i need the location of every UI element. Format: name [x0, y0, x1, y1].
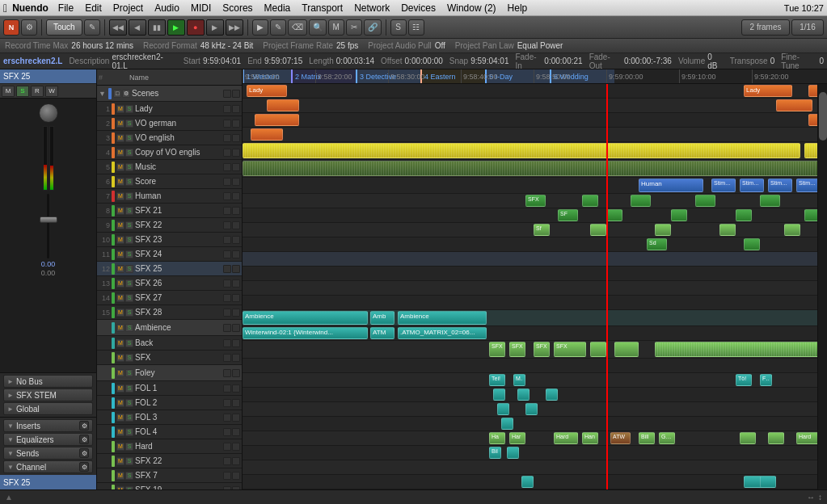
- mute-btn-25[interactable]: M: [116, 472, 124, 480]
- canvas-row-fol2[interactable]: Tak Sd Body -Bod: [243, 388, 827, 402]
- io-r-7[interactable]: [232, 207, 240, 215]
- solo-btn-11[interactable]: S: [125, 265, 133, 273]
- io-l-15[interactable]: [223, 324, 231, 332]
- solo-btn-2[interactable]: S: [125, 134, 133, 142]
- io-r-6[interactable]: [232, 192, 240, 200]
- menu-scores[interactable]: Scores: [217, 2, 257, 15]
- canvas-row-fol4[interactable]: [243, 417, 827, 431]
- scenes-expand[interactable]: □: [113, 90, 121, 98]
- clip-vog-1[interactable]: [267, 99, 299, 111]
- solo-btn-7[interactable]: S: [125, 207, 133, 215]
- clip-amb-1[interactable]: Ambience: [243, 311, 368, 325]
- scenes-settings[interactable]: ⚙: [122, 90, 130, 98]
- io-r-2[interactable]: [232, 134, 240, 142]
- rewind-btn[interactable]: ◀: [129, 19, 146, 36]
- clip-sfx19-1[interactable]: [521, 476, 534, 488]
- track-row-hard-23[interactable]: M S Hard: [97, 439, 242, 454]
- track-row-ambience-15[interactable]: M S Ambience: [97, 320, 242, 336]
- track-row-sfx-22-24[interactable]: M S SFX 22: [97, 454, 242, 468]
- menu-devices[interactable]: Devices: [396, 2, 441, 15]
- io-l-4[interactable]: [223, 163, 231, 171]
- canvas-row-fol3[interactable]: [243, 402, 827, 417]
- solo-btn-16[interactable]: S: [125, 339, 133, 347]
- canvas-row-fol1[interactable]: Tei! Ma Tö! Fo!: [243, 373, 827, 388]
- solo-btn-3[interactable]: S: [125, 149, 133, 157]
- mute-btn-1[interactable]: M: [116, 120, 124, 128]
- io-r-13[interactable]: [232, 294, 240, 302]
- zoom-tool-btn[interactable]: 🔍: [309, 19, 327, 36]
- io-l-19[interactable]: [223, 384, 231, 393]
- clip-fol1-4[interactable]: Fo!: [760, 374, 772, 386]
- clip-back-atm[interactable]: ATM: [370, 327, 395, 339]
- clip-hard-2[interactable]: Har: [509, 432, 525, 444]
- mute-btn-19[interactable]: M: [116, 384, 124, 393]
- mute-btn-15[interactable]: M: [116, 324, 124, 332]
- mute-btn-26[interactable]: M: [116, 486, 124, 490]
- io-r-17[interactable]: [232, 354, 240, 362]
- menu-project[interactable]: Project: [108, 2, 148, 15]
- touch-btn[interactable]: Touch: [46, 19, 82, 36]
- io-r-9[interactable]: [232, 236, 240, 244]
- tracks-canvas[interactable]: Lady Lady: [243, 84, 827, 489]
- io-l-13[interactable]: [223, 294, 231, 302]
- canvas-row-hard[interactable]: Ha Har Hard Han ATW Bill Gunt Hard Har H…: [243, 431, 827, 446]
- solo-btn-9[interactable]: S: [125, 236, 133, 244]
- clip-human-stim1[interactable]: Stimmen: [711, 178, 736, 192]
- clip-amb-2[interactable]: Amb: [370, 311, 395, 325]
- clip-sfxg-3[interactable]: SFX: [534, 342, 550, 357]
- play-btn[interactable]: ▶: [167, 19, 185, 36]
- clip-sfx21-5[interactable]: [760, 195, 780, 207]
- mute-btn-20[interactable]: M: [116, 399, 124, 407]
- clip-fol1-2[interactable]: Ma: [513, 374, 525, 386]
- canvas-row-sfx21[interactable]: SFX: [243, 194, 827, 208]
- track-row-copy-of-vo-englis-3[interactable]: 4 M S Copy of VO englis: [97, 145, 242, 160]
- io-l-16[interactable]: [223, 339, 231, 347]
- io-l-22[interactable]: [223, 428, 231, 436]
- inserts-settings-icon[interactable]: ⚙: [79, 421, 89, 430]
- record-btn[interactable]: ●: [187, 19, 205, 36]
- mute-btn-9[interactable]: M: [116, 236, 124, 244]
- volume-fader[interactable]: [36, 194, 61, 258]
- clip-sfx22-1[interactable]: SF: [558, 209, 578, 221]
- canvas-row-sfx-group[interactable]: SFX SFX SFX SFX Tö! Fo! Iksi SFX SFX: [243, 341, 827, 359]
- canvas-row-foley-group[interactable]: [243, 359, 827, 373]
- clip-fol1-1[interactable]: Tei!: [489, 374, 505, 386]
- clip-hard-1[interactable]: Ha: [489, 432, 505, 444]
- io-l-18[interactable]: [223, 369, 231, 377]
- clip-s22b-1[interactable]: Bil: [489, 447, 501, 459]
- solo-btn-21[interactable]: S: [125, 414, 133, 422]
- io-r-20[interactable]: [232, 399, 240, 407]
- clip-hard-4[interactable]: Han: [582, 432, 598, 444]
- io-l-1[interactable]: [223, 120, 231, 128]
- clip-sfx19-3[interactable]: [760, 476, 776, 488]
- draw-tool-btn[interactable]: ✎: [270, 19, 286, 36]
- menu-midi[interactable]: MIDI: [186, 2, 216, 15]
- frames-display[interactable]: 2 frames: [741, 19, 790, 36]
- solo-btn-15[interactable]: S: [125, 324, 133, 332]
- canvas-row-score[interactable]: [243, 160, 827, 178]
- mute-btn-13[interactable]: M: [116, 294, 124, 302]
- io-r-24[interactable]: [232, 457, 240, 465]
- solo-btn-18[interactable]: S: [125, 369, 133, 377]
- zoom-v-icon[interactable]: ↕: [818, 493, 822, 502]
- canvas-row-sfx19[interactable]: Ga Donofus: [243, 475, 827, 489]
- io-l-7[interactable]: [223, 207, 231, 215]
- io-r-5[interactable]: [232, 178, 240, 186]
- clip-voe-1[interactable]: [255, 114, 299, 126]
- page-display[interactable]: 1/16: [791, 19, 824, 36]
- clip-sfx21-2[interactable]: [582, 195, 598, 207]
- clip-fol4-1[interactable]: [501, 418, 513, 430]
- io-r-4[interactable]: [232, 163, 240, 171]
- clip-score-1[interactable]: [243, 161, 827, 176]
- track-row-sfx-23-9[interactable]: 10 M S SFX 23: [97, 233, 242, 247]
- track-row-music-4[interactable]: 5 M S Music: [97, 160, 242, 174]
- clip-hard-6[interactable]: [768, 432, 784, 444]
- solo-btn-14[interactable]: S: [125, 309, 133, 317]
- pan-knob[interactable]: [39, 103, 58, 123]
- solo-btn-26[interactable]: S: [125, 486, 133, 490]
- io-r-21[interactable]: [232, 414, 240, 422]
- vertical-scrollbar[interactable]: [817, 84, 827, 489]
- clip-back-winterwind[interactable]: Winterwind-02:1 {Winterwind...: [243, 327, 368, 339]
- mute-btn-18[interactable]: M: [116, 369, 124, 377]
- clip-fol3-1[interactable]: [497, 403, 509, 415]
